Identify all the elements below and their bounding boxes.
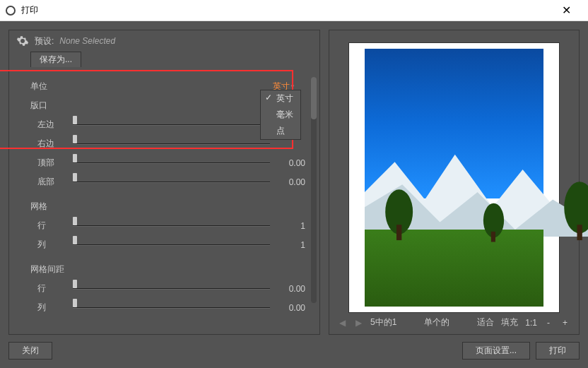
main-area: 预设: None Selected 保存为... 单位 英寸 ▼ 英寸 毫米 点 — [8, 30, 580, 335]
fill-button[interactable]: 填充 — [501, 316, 518, 328]
grid-label: 网格 — [30, 201, 47, 213]
prev-page-icon[interactable]: ◀ — [338, 318, 347, 328]
preview-controls: ◀ ▶ 5中的1 单个的 适合 填充 1:1 - + — [335, 312, 573, 328]
preset-label: 预设: — [35, 35, 54, 47]
grid-cols-row: 列 1 — [37, 235, 305, 254]
footer: 关闭 页面设置... 打印 — [8, 335, 580, 360]
page-counter: 5中的1 — [370, 316, 396, 328]
svg-rect-5 — [577, 225, 582, 240]
grid-section: 网格 — [30, 197, 305, 216]
viewport-top-label: 顶部 — [37, 157, 73, 169]
unit-option-mm[interactable]: 毫米 — [261, 107, 300, 123]
preview-mode[interactable]: 单个的 — [424, 316, 449, 328]
viewport-top-value: 0.00 — [277, 158, 305, 168]
scrollbar-vertical[interactable] — [311, 77, 317, 303]
viewport-bottom-value: 0.00 — [277, 177, 305, 187]
fit-button[interactable]: 适合 — [477, 316, 494, 328]
preview-image — [365, 49, 543, 307]
viewport-bottom-row: 底部 0.00 — [37, 172, 305, 191]
gear-icon[interactable] — [16, 35, 29, 47]
preview-panel: ◀ ▶ 5中的1 单个的 适合 填充 1:1 - + — [329, 30, 580, 335]
close-icon[interactable]: ✕ — [551, 0, 582, 21]
grid-cols-label: 列 — [37, 239, 73, 251]
preset-row: 预设: None Selected — [9, 30, 319, 52]
app-icon — [6, 6, 16, 16]
grid-rows-slider[interactable] — [73, 220, 270, 232]
spacing-rows-slider[interactable] — [73, 283, 270, 295]
titlebar: 打印 ✕ — [0, 0, 588, 21]
grid-rows-value: 1 — [277, 221, 305, 231]
viewport-left-label: 左边 — [37, 119, 73, 131]
chevron-down-icon[interactable]: ▼ — [290, 83, 295, 90]
spacing-section: 网格间距 — [30, 260, 305, 279]
grid-rows-label: 行 — [37, 220, 73, 232]
unit-option-points[interactable]: 点 — [261, 123, 300, 139]
spacing-cols-label: 列 — [37, 302, 73, 314]
close-button[interactable]: 关闭 — [8, 342, 52, 360]
scroll-thumb[interactable] — [311, 77, 317, 119]
viewport-right-slider[interactable] — [73, 138, 270, 150]
viewport-right-label: 右边 — [37, 138, 73, 150]
spacing-rows-row: 行 0.00 — [37, 279, 305, 298]
viewport-bottom-slider[interactable] — [73, 177, 270, 188]
unit-label: 单位 — [30, 81, 66, 93]
spacing-cols-slider[interactable] — [73, 302, 270, 314]
viewport-top-slider[interactable] — [73, 158, 270, 169]
app-body: 预设: None Selected 保存为... 单位 英寸 ▼ 英寸 毫米 点 — [0, 21, 588, 368]
viewport-bottom-label: 底部 — [37, 176, 73, 188]
next-page-icon[interactable]: ▶ — [354, 318, 363, 328]
print-button[interactable]: 打印 — [536, 342, 580, 360]
viewport-top-row: 顶部 0.00 — [37, 153, 305, 172]
spacing-rows-label: 行 — [37, 283, 73, 295]
grid-cols-slider[interactable] — [73, 239, 270, 251]
unit-option-inches[interactable]: 英寸 — [261, 90, 300, 107]
preset-value: None Selected — [59, 36, 115, 46]
svg-rect-3 — [396, 225, 401, 240]
svg-rect-7 — [491, 232, 495, 242]
spacing-cols-value: 0.00 — [277, 303, 305, 313]
zoom-in-button[interactable]: + — [560, 318, 570, 328]
svg-point-4 — [564, 182, 588, 234]
window-title: 打印 — [21, 4, 551, 16]
unit-row[interactable]: 单位 英寸 ▼ 英寸 毫米 点 — [30, 77, 305, 96]
page-setup-button[interactable]: 页面设置... — [462, 342, 530, 360]
unit-dropdown-menu: 英寸 毫米 点 — [260, 90, 301, 140]
settings-panel: 预设: None Selected 保存为... 单位 英寸 ▼ 英寸 毫米 点 — [8, 30, 320, 335]
zoom-out-button[interactable]: - — [544, 318, 553, 328]
spacing-cols-row: 列 0.00 — [37, 298, 305, 317]
viewport-label: 版口 — [30, 100, 47, 112]
spacing-label: 网格间距 — [30, 263, 64, 275]
spacing-rows-value: 0.00 — [277, 284, 305, 294]
preview-page — [349, 43, 559, 312]
settings-scroll: 单位 英寸 ▼ 英寸 毫米 点 版口 左边 — [9, 70, 319, 310]
zoom-level[interactable]: 1:1 — [525, 318, 537, 328]
saveas-button[interactable]: 保存为... — [30, 52, 81, 67]
viewport-left-slider[interactable] — [73, 119, 270, 131]
grid-rows-row: 行 1 — [37, 216, 305, 235]
grid-cols-value: 1 — [277, 240, 305, 250]
